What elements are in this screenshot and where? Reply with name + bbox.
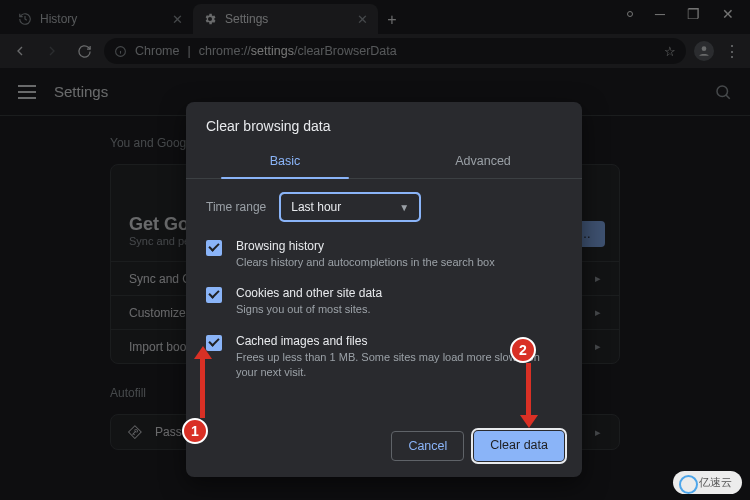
- option-description: Signs you out of most sites.: [236, 302, 382, 317]
- cancel-button[interactable]: Cancel: [391, 431, 464, 461]
- option-description: Clears history and autocompletions in th…: [236, 255, 495, 270]
- tab-advanced[interactable]: Advanced: [384, 146, 582, 178]
- chevron-down-icon: ▼: [399, 202, 409, 213]
- option-title: Browsing history: [236, 239, 495, 253]
- dialog-title: Clear browsing data: [186, 102, 582, 146]
- select-value: Last hour: [291, 200, 341, 214]
- time-range-select[interactable]: Last hour ▼: [280, 193, 420, 221]
- option-title: Cookies and other site data: [236, 286, 382, 300]
- watermark: 亿速云: [673, 471, 742, 494]
- option-cache[interactable]: Cached images and files Frees up less th…: [206, 334, 562, 381]
- option-browsing-history[interactable]: Browsing history Clears history and auto…: [206, 239, 562, 270]
- annotation-step-2: 2: [510, 337, 536, 363]
- dialog-tabs: Basic Advanced: [186, 146, 582, 179]
- tab-basic[interactable]: Basic: [186, 146, 384, 178]
- time-range-label: Time range: [206, 200, 266, 214]
- annotation-step-1: 1: [182, 418, 208, 444]
- checkbox-checked-icon[interactable]: [206, 240, 222, 256]
- checkbox-checked-icon[interactable]: [206, 287, 222, 303]
- clear-data-button[interactable]: Clear data: [474, 431, 564, 461]
- option-cookies[interactable]: Cookies and other site data Signs you ou…: [206, 286, 562, 317]
